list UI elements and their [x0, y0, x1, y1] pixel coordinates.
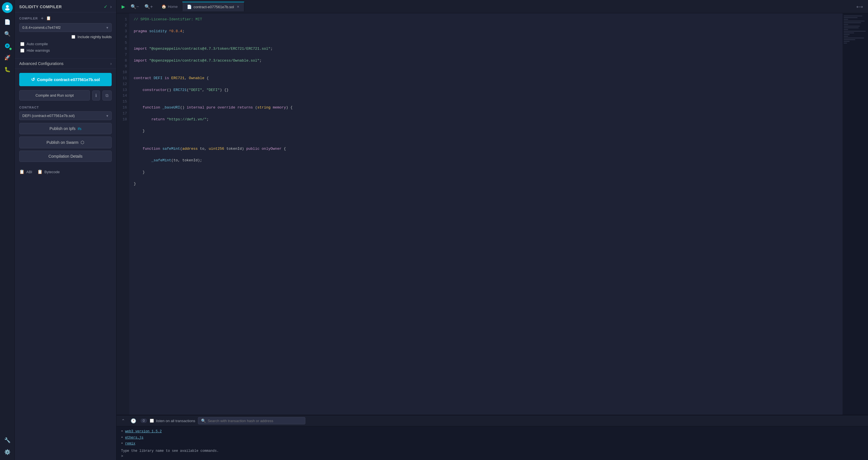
auto-compile-label[interactable]: Auto compile: [27, 42, 48, 46]
console-toolbar: ⌃ 🕐 0 listen on all transactions 🔍: [117, 415, 868, 426]
tab-bar: 🏠 Home 📄 contract-e077561e7b.sol ✕: [157, 2, 852, 11]
code-editor: 12345 678910 1112131415 161718 // SPDX-L…: [117, 13, 868, 415]
expand-button[interactable]: ⟷: [855, 3, 865, 10]
nightly-builds-row: Include nightly builds: [19, 35, 112, 39]
console-line-2: • ethers.js: [121, 435, 864, 441]
hide-warnings-label[interactable]: Hide warnings: [27, 48, 50, 53]
bytecode-item[interactable]: 📋 Bytecode: [37, 169, 60, 174]
console-info: Type the library name to see available c…: [121, 447, 864, 453]
publish-ipfs-button[interactable]: Publish on Ipfs ifs: [19, 123, 112, 134]
compilation-details-button[interactable]: Compilation Details: [19, 151, 112, 162]
abi-item[interactable]: 📋 ABI: [19, 169, 32, 174]
app-logo: [2, 2, 13, 13]
console-search-bar: 🔍: [198, 417, 305, 424]
sidebar-item-files[interactable]: 📄: [2, 17, 12, 27]
listen-transactions-row: listen on all transactions: [150, 419, 195, 423]
run-button[interactable]: ▶: [120, 3, 127, 10]
advanced-config-label: Advanced Configurations: [19, 61, 63, 66]
compile-run-button[interactable]: Compile and Run script: [19, 90, 90, 101]
contract-label: CONTRACT: [19, 106, 112, 109]
nightly-builds-label[interactable]: Include nightly builds: [78, 35, 112, 39]
publish-ipfs-label: Publish on Ipfs: [50, 126, 75, 131]
remix-link[interactable]: remix: [125, 441, 135, 446]
file-tab-label: contract-e077561e7b.sol: [193, 5, 234, 9]
code-content[interactable]: // SPDX-License-Identifier: MIT pragma s…: [129, 13, 842, 415]
hide-warnings-checkbox[interactable]: [20, 48, 24, 53]
refresh-icon: ↺: [31, 77, 35, 82]
sidebar-item-tools[interactable]: 🔧: [2, 435, 12, 445]
web3-link[interactable]: web3 version 1.5.2: [125, 429, 162, 433]
sidebar-item-debug[interactable]: 🐛: [2, 64, 12, 75]
home-tab-icon: 🏠: [161, 4, 166, 9]
minimap: [842, 13, 868, 415]
main-area: ▶ 🔍− 🔍+ 🏠 Home 📄 contract-e077561e7b.sol…: [117, 0, 868, 460]
compiler-version-select[interactable]: 0.8.4+commit.c7e474f2 0.8.3+commit.8d001…: [19, 23, 112, 32]
add-icon[interactable]: ＋: [40, 16, 44, 21]
advanced-config-row[interactable]: Advanced Configurations ›: [15, 58, 116, 69]
file-tab-close[interactable]: ✕: [237, 5, 240, 9]
contract-section: CONTRACT DEFI (contract-e077561e7b.sol) …: [15, 104, 116, 168]
listen-transactions-label[interactable]: listen on all transactions: [156, 419, 195, 423]
publish-swarm-label: Publish on Swarm: [46, 140, 79, 145]
minimap-content: [842, 13, 868, 46]
compiler-label: COMPILER ＋ 📋: [19, 16, 112, 21]
home-tab[interactable]: 🏠 Home: [157, 2, 183, 11]
sidebar-item-deploy[interactable]: 🚀: [2, 53, 12, 63]
hide-warnings-row: Hide warnings: [19, 48, 112, 53]
active-badge: [9, 47, 12, 50]
compile-run-copy-button[interactable]: ⧉: [102, 91, 112, 101]
abi-icon: 📋: [19, 169, 25, 174]
console-line-3: • remix: [121, 441, 864, 447]
bottom-icons: 🔧 ⚙️: [2, 435, 12, 460]
compile-run-row: Compile and Run script ℹ ⧉: [15, 90, 116, 104]
search-icon: 🔍: [201, 419, 206, 423]
left-panel: SOLIDITY COMPILER ✓ › COMPILER ＋ 📋 0.8.4…: [15, 0, 117, 460]
console-prompt[interactable]: >: [117, 453, 868, 460]
bottom-console: ⌃ 🕐 0 listen on all transactions 🔍 • web…: [117, 415, 868, 460]
nightly-builds-checkbox[interactable]: [71, 35, 75, 39]
compiler-version-select-wrapper: 0.8.4+commit.c7e474f2 0.8.3+commit.8d001…: [19, 23, 112, 32]
sidebar-item-compiler[interactable]: [2, 41, 12, 51]
panel-title: SOLIDITY COMPILER: [19, 4, 62, 9]
console-collapse-button[interactable]: ⌃: [120, 418, 126, 424]
ipfs-icon: ifs: [78, 127, 82, 131]
sidebar-item-search[interactable]: 🔍: [2, 29, 12, 39]
console-search-input[interactable]: [208, 419, 302, 423]
forward-icon[interactable]: ›: [110, 4, 112, 9]
zoom-in-button[interactable]: 🔍+: [143, 3, 154, 10]
line-numbers: 12345 678910 1112131415 161718: [117, 13, 129, 415]
zoom-out-button[interactable]: 🔍−: [129, 3, 141, 10]
abi-label: ABI: [26, 170, 32, 174]
listen-transactions-checkbox[interactable]: [150, 419, 154, 423]
console-clock-button[interactable]: 🕐: [129, 418, 138, 424]
console-output: • web3 version 1.5.2 • ethers.js • remix…: [117, 426, 868, 453]
chevron-right-icon: ›: [110, 61, 112, 66]
icon-bar: 📄 🔍 🚀 🐛 🔧 ⚙️: [0, 0, 15, 460]
contract-select[interactable]: DEFI (contract-e077561e7b.sol): [19, 111, 112, 120]
check-icon: ✓: [104, 4, 107, 9]
compile-run-label: Compile and Run script: [35, 93, 73, 97]
compile-button[interactable]: ↺ Compile contract-e077561e7b.sol: [19, 73, 112, 86]
compiler-label-icons: ＋ 📋: [40, 16, 51, 21]
console-line-1: • web3 version 1.5.2: [121, 429, 864, 435]
panel-header: SOLIDITY COMPILER ✓ ›: [15, 0, 116, 12]
sidebar-item-settings[interactable]: ⚙️: [2, 447, 12, 457]
top-toolbar: ▶ 🔍− 🔍+ 🏠 Home 📄 contract-e077561e7b.sol…: [117, 0, 868, 13]
auto-compile-row: Auto compile: [19, 42, 112, 46]
bytecode-label: Bytecode: [44, 170, 60, 174]
home-tab-label: Home: [168, 4, 178, 9]
contract-select-wrapper: DEFI (contract-e077561e7b.sol) ▼: [19, 111, 112, 120]
ethers-link[interactable]: ethers.js: [125, 436, 143, 440]
bytecode-icon: 📋: [37, 169, 43, 174]
compile-button-label: Compile contract-e077561e7b.sol: [37, 77, 100, 82]
abi-bytecode-row: 📋 ABI 📋 Bytecode: [15, 168, 116, 176]
compile-run-info-button[interactable]: ℹ: [92, 91, 100, 101]
compilation-details-label: Compilation Details: [48, 154, 83, 159]
svg-point-0: [6, 5, 9, 8]
file-icon[interactable]: 📋: [46, 16, 51, 21]
swarm-icon: ⬡: [81, 140, 84, 145]
file-tab[interactable]: 📄 contract-e077561e7b.sol ✕: [182, 2, 244, 11]
publish-swarm-button[interactable]: Publish on Swarm ⬡: [19, 136, 112, 149]
header-icons: ✓ ›: [104, 4, 112, 9]
auto-compile-checkbox[interactable]: [20, 42, 24, 46]
